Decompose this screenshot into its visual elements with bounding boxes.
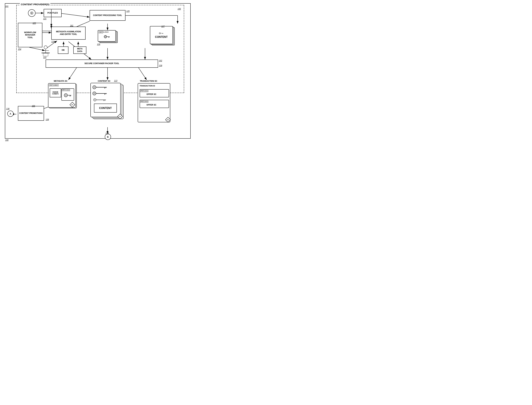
metadata-sc-label: METADATA SC bbox=[54, 80, 67, 82]
inner-key-container: PB☐ CLRNGH bbox=[61, 88, 74, 101]
svg-point-59 bbox=[94, 99, 95, 100]
offer-sc-label2: OFFER SC bbox=[146, 104, 157, 106]
ref-121: 121 bbox=[43, 18, 46, 20]
usage-conds-box: USAGECOND'S bbox=[50, 88, 61, 97]
ref-161: 161 bbox=[70, 24, 73, 27]
pb-inner-badge: PB☐ CLRNGH bbox=[62, 89, 70, 91]
ref-123: 123 bbox=[33, 22, 36, 24]
svg-point-34 bbox=[105, 36, 106, 37]
transaction-sc-box: TRANSACTION ID PB☐ CLRNGH OFFER SC PB☐ C… bbox=[138, 83, 170, 122]
content-promotions-box: CONTENT PROMOTIONS bbox=[18, 106, 44, 121]
es-label: ES bbox=[167, 119, 169, 120]
offer-sc-label1: OFFER SC bbox=[146, 93, 157, 95]
content-sc-key2 bbox=[92, 91, 107, 96]
ref-126: 126 bbox=[97, 43, 100, 46]
db-label: DB bbox=[62, 49, 65, 52]
pb-badge-trans1: PB☐ CLRNGH bbox=[140, 90, 148, 92]
pcm-files-box: PCM FILES bbox=[44, 9, 62, 17]
svg-point-54 bbox=[94, 93, 95, 94]
cp-label-meta: CP bbox=[71, 104, 73, 106]
es-diamond: ES bbox=[165, 117, 171, 122]
ref-129: 129 bbox=[105, 132, 109, 135]
ref-156: 156 bbox=[32, 105, 35, 107]
content-processing-label: CONTENT PROCESSING TOOL bbox=[93, 14, 122, 17]
meta-data-label: METADATA bbox=[77, 48, 82, 53]
db-box: DB bbox=[58, 47, 68, 54]
circle-b-label: B bbox=[107, 136, 109, 138]
content-inner-box: CONTENT bbox=[94, 104, 117, 113]
ref-101: 101 bbox=[5, 5, 8, 7]
metadata-tool-box: METADATA ASSIMILATIONAND ENTRY TOOL bbox=[51, 27, 85, 40]
offer-sc-box2: PB☐ CLRNGH OFFER SC bbox=[140, 100, 169, 108]
metadata-tool-label: METADATA ASSIMILATIONAND ENTRY TOOL bbox=[56, 31, 81, 35]
ref-125: 125 bbox=[126, 10, 130, 12]
pcm-files-label: PCM FILES bbox=[47, 12, 58, 14]
content-processing-box: CONTENT PROCESSING TOOL bbox=[90, 10, 125, 21]
ref-128: 128 bbox=[46, 118, 49, 121]
ref-122: 122 bbox=[43, 56, 46, 59]
workflow-box: WORKFLOWMANAGERTOOL bbox=[18, 23, 42, 47]
transaction-id-label: TRANSACTION ID bbox=[140, 85, 155, 87]
ref-139: 139 bbox=[159, 64, 162, 67]
circle-b: B bbox=[105, 134, 111, 140]
svg-point-39 bbox=[159, 33, 160, 34]
offer-sc-box1: PB☐ CLRNGH OFFER SC bbox=[140, 89, 169, 97]
key-meta-svg bbox=[63, 92, 72, 99]
secure-container-label: SECURE CONTAINER PACKER TOOL bbox=[84, 62, 119, 65]
diagram-container: 100 101 CONTENT PROVIDER(S) bbox=[0, 0, 196, 147]
content-sc-key bbox=[92, 85, 107, 90]
ref-113: 113 bbox=[114, 80, 117, 82]
ref-100: 100 bbox=[5, 139, 8, 141]
pb-badge-meta: PB☐ CLRNGH bbox=[49, 84, 59, 86]
provider-label: CONTENT PROVIDER(S) bbox=[20, 3, 50, 6]
transaction-sc-label: TRANSACTION SC bbox=[140, 80, 157, 82]
ref-152: 152 bbox=[159, 60, 162, 62]
cp-diamond-meta: CP bbox=[70, 102, 75, 108]
clrngh-label-top: CLRNGH bbox=[103, 31, 109, 33]
circle-a: A bbox=[7, 111, 13, 117]
key-svg-top bbox=[104, 34, 110, 40]
ref-155: 155 bbox=[177, 8, 181, 10]
content-front: CONTENT bbox=[150, 26, 173, 44]
workflow-label: WORKFLOWMANAGERTOOL bbox=[24, 31, 36, 39]
meta-data-box: METADATA bbox=[73, 47, 86, 54]
cp-label-content: CP bbox=[119, 116, 121, 117]
content-sc-key3 bbox=[93, 98, 106, 102]
svg-point-49 bbox=[94, 87, 95, 88]
ref-124: 124 bbox=[51, 40, 55, 43]
ref-130: 130 bbox=[6, 108, 9, 110]
pb-badge-top: PB☐ bbox=[99, 31, 103, 33]
content-sc-front: CONTENT CP bbox=[90, 83, 121, 117]
key-small-svg bbox=[159, 32, 164, 35]
stacked-card-1: PB☐ CLRNGH bbox=[98, 30, 116, 42]
circle-a-label: A bbox=[10, 113, 11, 115]
content-label-top: CONTENT bbox=[155, 35, 168, 39]
ref-127: 127 bbox=[161, 25, 164, 27]
pb-badge-trans2: PB☐ CLRNGH bbox=[140, 101, 148, 103]
secure-container-box: SECURE CONTAINER PACKER TOOL bbox=[46, 60, 158, 68]
metadata-sc-front: PB☐ CLRNGH USAGECOND'S PB☐ CLRNGH CP bbox=[48, 83, 76, 108]
ref-154: 154 bbox=[18, 48, 21, 50]
content-sc-label: CONTENT SC bbox=[98, 80, 111, 82]
svg-point-44 bbox=[65, 94, 66, 96]
content-promotions-label: CONTENT PROMOTIONS bbox=[19, 112, 43, 115]
